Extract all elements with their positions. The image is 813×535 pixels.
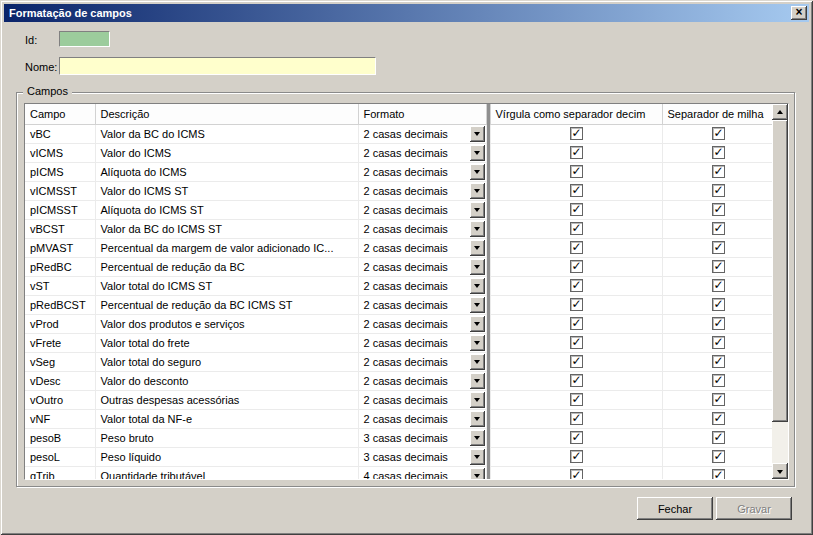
cell-campo[interactable]: vDesc (25, 371, 95, 390)
cell-campo[interactable]: vProd (25, 314, 95, 333)
separador-milhar-checkbox[interactable] (712, 146, 725, 159)
titlebar[interactable]: Formatação de campos × (4, 4, 809, 22)
table-row[interactable]: vST Valor total do ICMS ST 2 casas decim… (25, 276, 772, 295)
chevron-down-icon[interactable] (470, 316, 485, 332)
cell-separador[interactable] (662, 295, 772, 314)
table-row[interactable]: vBCST Valor da BC do ICMS ST 2 casas dec… (25, 219, 772, 238)
chevron-down-icon[interactable] (470, 392, 485, 408)
cell-campo[interactable]: vSeg (25, 352, 95, 371)
cell-separador[interactable] (662, 162, 772, 181)
column-header-formato[interactable]: Formato (358, 104, 486, 124)
chevron-down-icon[interactable] (470, 411, 485, 427)
cell-campo[interactable]: vST (25, 276, 95, 295)
formato-combobox[interactable]: 2 casas decimais (359, 334, 486, 352)
virgula-checkbox[interactable] (570, 412, 583, 425)
virgula-checkbox[interactable] (570, 146, 583, 159)
cell-separador[interactable] (662, 466, 772, 479)
formato-combobox[interactable]: 2 casas decimais (359, 315, 486, 333)
virgula-checkbox[interactable] (570, 469, 583, 479)
cell-virgula[interactable] (490, 143, 662, 162)
virgula-checkbox[interactable] (570, 203, 583, 216)
cell-descricao[interactable]: Valor do ICMS (95, 143, 358, 162)
separador-milhar-checkbox[interactable] (712, 355, 725, 368)
virgula-checkbox[interactable] (570, 127, 583, 140)
cell-separador[interactable] (662, 352, 772, 371)
separador-milhar-checkbox[interactable] (712, 279, 725, 292)
cell-virgula[interactable] (490, 352, 662, 371)
virgula-checkbox[interactable] (570, 355, 583, 368)
cell-separador[interactable] (662, 143, 772, 162)
table-row[interactable]: vDesc Valor do desconto 2 casas decimais (25, 371, 772, 390)
cell-virgula[interactable] (490, 333, 662, 352)
chevron-down-icon[interactable] (470, 278, 485, 294)
separador-milhar-checkbox[interactable] (712, 203, 725, 216)
table-row[interactable]: pRedBCST Percentual de redução da BC ICM… (25, 295, 772, 314)
table-row[interactable]: vBC Valor da BC do ICMS 2 casas decimais (25, 124, 772, 143)
chevron-down-icon[interactable] (470, 202, 485, 218)
separador-milhar-checkbox[interactable] (712, 374, 725, 387)
cell-virgula[interactable] (490, 124, 662, 143)
chevron-down-icon[interactable] (470, 373, 485, 389)
cell-campo[interactable]: pesoB (25, 428, 95, 447)
separador-milhar-checkbox[interactable] (712, 469, 725, 479)
scroll-thumb[interactable] (772, 120, 788, 422)
virgula-checkbox[interactable] (570, 260, 583, 273)
virgula-checkbox[interactable] (570, 298, 583, 311)
cell-descricao[interactable]: Valor total da NF-e (95, 409, 358, 428)
cell-formato[interactable]: 2 casas decimais (358, 314, 486, 333)
nome-input[interactable] (59, 57, 376, 75)
formato-combobox[interactable]: 2 casas decimais (359, 163, 486, 181)
formato-combobox[interactable]: 4 casas decimais (359, 467, 486, 480)
cell-descricao[interactable]: Outras despesas acessórias (95, 390, 358, 409)
gravar-button[interactable]: Gravar (716, 497, 792, 520)
cell-formato[interactable]: 2 casas decimais (358, 200, 486, 219)
cell-formato[interactable]: 2 casas decimais (358, 238, 486, 257)
cell-descricao[interactable]: Peso bruto (95, 428, 358, 447)
cell-separador[interactable] (662, 428, 772, 447)
table-row[interactable]: pRedBC Percentual de redução da BC 2 cas… (25, 257, 772, 276)
chevron-down-icon[interactable] (470, 221, 485, 237)
cell-descricao[interactable]: Percentual de redução da BC (95, 257, 358, 276)
cell-virgula[interactable] (490, 219, 662, 238)
cell-formato[interactable]: 2 casas decimais (358, 257, 486, 276)
cell-descricao[interactable]: Percentual de redução da BC ICMS ST (95, 295, 358, 314)
cell-virgula[interactable] (490, 200, 662, 219)
cell-campo[interactable]: pRedBC (25, 257, 95, 276)
cell-campo[interactable]: vOutro (25, 390, 95, 409)
table-row[interactable]: pMVAST Percentual da margem de valor adi… (25, 238, 772, 257)
fechar-button[interactable]: Fechar (637, 497, 713, 520)
separador-milhar-checkbox[interactable] (712, 298, 725, 311)
separador-milhar-checkbox[interactable] (712, 317, 725, 330)
cell-virgula[interactable] (490, 428, 662, 447)
cell-virgula[interactable] (490, 390, 662, 409)
formato-combobox[interactable]: 2 casas decimais (359, 296, 486, 314)
cell-separador[interactable] (662, 409, 772, 428)
cell-campo[interactable]: pICMS (25, 162, 95, 181)
cell-separador[interactable] (662, 124, 772, 143)
cell-separador[interactable] (662, 257, 772, 276)
virgula-checkbox[interactable] (570, 165, 583, 178)
formato-combobox[interactable]: 3 casas decimais (359, 448, 486, 466)
cell-virgula[interactable] (490, 466, 662, 479)
cell-virgula[interactable] (490, 162, 662, 181)
cell-separador[interactable] (662, 200, 772, 219)
separador-milhar-checkbox[interactable] (712, 127, 725, 140)
scroll-down-button[interactable] (772, 463, 788, 479)
cell-virgula[interactable] (490, 409, 662, 428)
separador-milhar-checkbox[interactable] (712, 450, 725, 463)
cell-campo[interactable]: pMVAST (25, 238, 95, 257)
table-row[interactable]: vICMSST Valor do ICMS ST 2 casas decimai… (25, 181, 772, 200)
formato-combobox[interactable]: 2 casas decimais (359, 410, 486, 428)
cell-campo[interactable]: vNF (25, 409, 95, 428)
cell-formato[interactable]: 2 casas decimais (358, 390, 486, 409)
chevron-down-icon[interactable] (470, 126, 485, 142)
cell-virgula[interactable] (490, 314, 662, 333)
formato-combobox[interactable]: 3 casas decimais (359, 429, 486, 447)
formato-combobox[interactable]: 2 casas decimais (359, 258, 486, 276)
cell-separador[interactable] (662, 447, 772, 466)
cell-virgula[interactable] (490, 276, 662, 295)
separador-milhar-checkbox[interactable] (712, 241, 725, 254)
cell-campo[interactable]: pICMSST (25, 200, 95, 219)
virgula-checkbox[interactable] (570, 336, 583, 349)
chevron-down-icon[interactable] (470, 240, 485, 256)
